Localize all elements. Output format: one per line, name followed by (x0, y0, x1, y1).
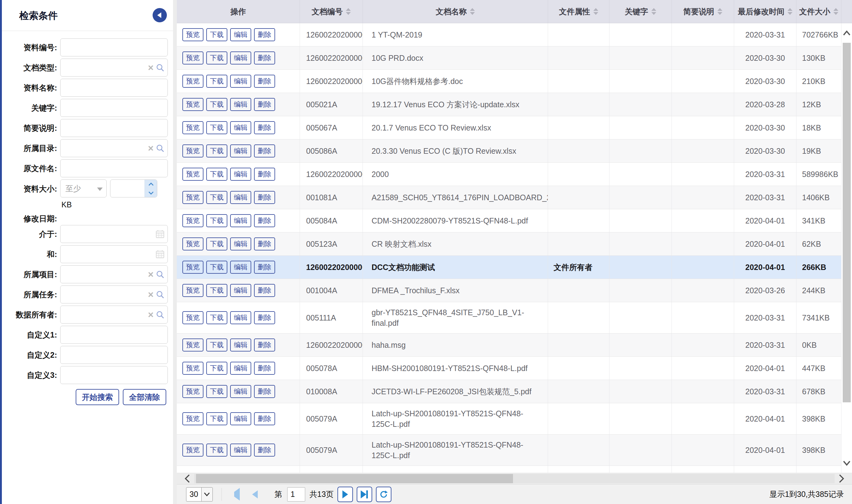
clear-icon[interactable]: × (146, 63, 155, 73)
delete-button[interactable]: 删除 (254, 144, 275, 158)
sidebar-lookup-input[interactable] (60, 59, 146, 76)
edit-button[interactable]: 编辑 (230, 98, 251, 111)
delete-button[interactable]: 删除 (254, 311, 275, 324)
column-header-5[interactable]: 简要说明 (672, 0, 734, 23)
preview-button[interactable]: 预览 (182, 191, 204, 204)
download-button[interactable]: 下载 (206, 412, 227, 425)
edit-button[interactable]: 编辑 (230, 237, 251, 250)
scroll-right-icon[interactable] (835, 473, 848, 484)
table-row[interactable]: 预览下载编辑删除005067A20.1.7 Venus ECO TO Revie… (177, 116, 841, 140)
delete-button[interactable]: 删除 (254, 444, 275, 456)
clear-icon[interactable]: × (146, 290, 155, 300)
table-row[interactable]: 预览下载编辑删除005078AHBM-SH2001080191-YT8521S-… (177, 357, 841, 380)
table-row[interactable]: 预览下载编辑删除1260022020000010G器件物料规格参考.doc202… (177, 70, 841, 93)
download-button[interactable]: 下载 (206, 385, 227, 398)
sidebar-date-input[interactable] (60, 226, 156, 243)
preview-button[interactable]: 预览 (182, 444, 204, 456)
table-row[interactable]: 预览下载编辑删除005021A19.12.17 Venus ECO 方案讨论-u… (177, 93, 841, 116)
delete-button[interactable]: 删除 (254, 362, 275, 375)
stepper-down-button[interactable] (145, 188, 157, 197)
preview-button[interactable]: 预览 (182, 261, 204, 274)
preview-button[interactable]: 预览 (182, 412, 204, 425)
table-row[interactable]: 预览下载编辑删除010008AJCETD3-WI-LF-PE260208_JSI… (177, 380, 841, 403)
download-button[interactable]: 下载 (206, 311, 227, 324)
preview-button[interactable]: 预览 (182, 168, 204, 181)
download-button[interactable]: 下载 (206, 261, 227, 274)
table-row[interactable]: 预览下载编辑删除1260022020000010G PRD.docx2020-0… (177, 47, 841, 70)
search-icon[interactable] (156, 290, 164, 299)
edit-button[interactable]: 编辑 (230, 311, 251, 324)
download-button[interactable]: 下载 (206, 191, 227, 204)
edit-button[interactable]: 编辑 (230, 52, 251, 65)
sidebar-lookup-input[interactable] (60, 266, 146, 283)
download-button[interactable]: 下载 (206, 444, 227, 456)
refresh-button[interactable] (376, 487, 392, 502)
sidebar-text-input[interactable] (60, 39, 168, 56)
edit-button[interactable]: 编辑 (230, 261, 251, 274)
download-button[interactable]: 下载 (206, 144, 227, 158)
download-button[interactable]: 下载 (206, 362, 227, 375)
preview-button[interactable]: 预览 (182, 362, 204, 375)
search-icon[interactable] (156, 144, 164, 152)
sidebar-lookup-input[interactable] (60, 286, 146, 303)
clear-icon[interactable]: × (146, 270, 155, 279)
preview-button[interactable]: 预览 (182, 144, 204, 158)
edit-button[interactable]: 编辑 (230, 214, 251, 227)
table-row[interactable]: 预览下载编辑删除126002202000001 YT-QM-20192020-0… (177, 23, 841, 47)
scroll-left-icon[interactable] (180, 473, 194, 484)
table-row[interactable]: 预览下载编辑删除12600220200000haha.msg2020-03-31… (177, 334, 841, 357)
sidebar-text-input[interactable] (60, 119, 168, 137)
table-row[interactable]: 预览下载编辑删除005079ALatch-up-SH2001080191-YT8… (177, 403, 841, 435)
stepper-up-button[interactable] (145, 180, 157, 188)
download-button[interactable]: 下载 (206, 52, 227, 65)
search-icon[interactable] (156, 63, 164, 72)
preview-button[interactable]: 预览 (182, 385, 204, 398)
delete-button[interactable]: 删除 (254, 75, 275, 88)
sidebar-lookup-input[interactable] (60, 140, 146, 157)
sidebar-date-input[interactable] (60, 246, 156, 263)
table-row[interactable]: 预览下载编辑删除005084ACDM-SH2002280079-YT8521S-… (177, 209, 841, 233)
download-button[interactable]: 下载 (206, 168, 227, 181)
edit-button[interactable]: 编辑 (230, 191, 251, 204)
horizontal-scrollbar-track[interactable] (194, 474, 835, 483)
sidebar-text-input[interactable] (60, 160, 168, 177)
edit-button[interactable]: 编辑 (230, 144, 251, 158)
size-operator-select[interactable]: 至少 (60, 179, 107, 197)
sidebar-text-input[interactable] (60, 79, 168, 96)
calendar-icon[interactable] (156, 250, 164, 258)
clear-all-button[interactable]: 全部清除 (123, 389, 166, 405)
page-number-input[interactable] (287, 487, 305, 502)
edit-button[interactable]: 编辑 (230, 444, 251, 456)
edit-button[interactable]: 编辑 (230, 168, 251, 181)
download-button[interactable]: 下载 (206, 339, 227, 352)
download-button[interactable]: 下载 (206, 121, 227, 134)
calendar-icon[interactable] (156, 230, 164, 238)
horizontal-scrollbar-thumb[interactable] (196, 474, 513, 483)
delete-button[interactable]: 删除 (254, 412, 275, 425)
horizontal-scrollbar[interactable] (177, 473, 852, 484)
table-row[interactable]: 预览下载编辑删除12600220200000DCC文档功能测试文件所有者2020… (177, 256, 841, 279)
preview-button[interactable]: 预览 (182, 75, 204, 88)
preview-button[interactable]: 预览 (182, 284, 204, 297)
column-header-2[interactable]: 文档名称 (363, 0, 548, 23)
collapse-sidebar-button[interactable] (153, 8, 167, 22)
table-row[interactable]: 预览下载编辑删除1260022020000020002020-03-315899… (177, 163, 841, 186)
delete-button[interactable]: 删除 (254, 121, 275, 134)
edit-button[interactable]: 编辑 (230, 284, 251, 297)
sidebar-text-input[interactable] (60, 346, 168, 364)
sidebar-text-input[interactable] (60, 366, 168, 384)
last-page-button[interactable] (357, 487, 372, 502)
delete-button[interactable]: 删除 (254, 237, 275, 250)
table-row[interactable]: 预览下载编辑删除005083ALatch-up-SH2001080191-YT8… (177, 466, 841, 473)
download-button[interactable]: 下载 (206, 28, 227, 41)
column-header-3[interactable]: 文件属性 (548, 0, 609, 23)
scroll-up-icon[interactable] (841, 23, 852, 43)
preview-button[interactable]: 预览 (182, 52, 204, 65)
search-icon[interactable] (156, 270, 164, 278)
delete-button[interactable]: 删除 (254, 98, 275, 111)
preview-button[interactable]: 预览 (182, 237, 204, 250)
size-value-input[interactable] (110, 180, 144, 197)
delete-button[interactable]: 删除 (254, 52, 275, 65)
edit-button[interactable]: 编辑 (230, 385, 251, 398)
edit-button[interactable]: 编辑 (230, 412, 251, 425)
